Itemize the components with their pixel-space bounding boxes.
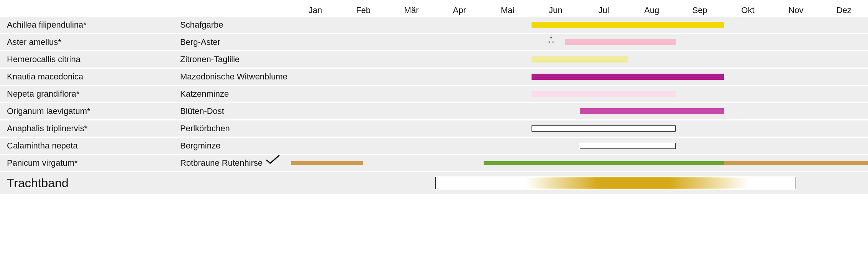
plant-row: Calamintha nepetaBergminze [0, 138, 868, 154]
bloom-bar-outlined [532, 125, 676, 132]
month-label: Dez [837, 5, 852, 15]
plant-row: Aster amellus*Berg-Aster*** [0, 34, 868, 50]
trachtband-label: Trachtband [0, 176, 180, 190]
month-label: Jan [308, 5, 322, 15]
bloom-bar-outlined [580, 143, 676, 149]
plant-latin-name: Origanum laevigatum* [0, 106, 180, 116]
plant-common-name: Berg-Aster [180, 37, 291, 47]
plant-row: Hemerocallis citrinaZitronen-Taglilie [0, 51, 868, 68]
plant-common-name: Blüten-Dost [180, 106, 291, 116]
month-label: Feb [356, 5, 371, 15]
bloom-bar [532, 22, 724, 28]
bloom-bar [580, 108, 724, 114]
month-label: Aug [644, 5, 659, 15]
bloom-bar [565, 39, 676, 45]
plant-latin-name: Anaphalis triplinervis* [0, 124, 180, 134]
bloom-bar [532, 74, 724, 80]
plant-row: Nepeta grandiflora*Katzenminze [0, 86, 868, 102]
plant-common-name: Katzenminze [180, 89, 291, 99]
plant-row: Knautia macedonicaMazedonische Witwenblu… [0, 69, 868, 85]
plant-timeline [291, 17, 868, 33]
check-icon [265, 154, 281, 168]
plant-common-name: Bergminze [180, 141, 291, 151]
plant-timeline [291, 138, 868, 154]
plant-timeline [291, 51, 868, 68]
bloom-bar [724, 161, 868, 165]
plant-timeline [291, 155, 868, 171]
bloom-bar [291, 161, 363, 165]
bloom-chart: JanFebMärAprMaiJunJulAugSepOktNovDez Ach… [0, 0, 868, 194]
header-row: JanFebMärAprMaiJunJulAugSepOktNovDez [0, 0, 868, 17]
plant-common-name: Zitronen-Taglilie [180, 54, 291, 64]
plant-row: Anaphalis triplinervis*Perlkörbchen [0, 120, 868, 137]
svg-text:*: * [552, 40, 554, 46]
month-label: Mär [404, 5, 419, 15]
month-label: Sep [692, 5, 707, 15]
plant-row: Panicum virgatum*Rotbraune Rutenhirse [0, 155, 868, 171]
plant-row: Origanum laevigatum*Blüten-Dost [0, 103, 868, 119]
bloom-bar [532, 91, 676, 97]
plant-row: Achillea filipendulina*Schafgarbe [0, 17, 868, 33]
plant-common-name: Schafgarbe [180, 20, 291, 30]
plant-timeline [291, 86, 868, 102]
month-label: Nov [788, 5, 803, 15]
plant-latin-name: Aster amellus* [0, 37, 180, 47]
plant-latin-name: Panicum virgatum* [0, 158, 180, 168]
month-label: Jun [549, 5, 562, 15]
plant-timeline: *** [291, 34, 868, 50]
month-label: Okt [741, 5, 754, 15]
month-label: Mai [501, 5, 514, 15]
month-label: Apr [453, 5, 466, 15]
plant-timeline [291, 120, 868, 137]
plant-latin-name: Calamintha nepeta [0, 141, 180, 151]
trachtband-bar [435, 177, 796, 189]
plant-latin-name: Achillea filipendulina* [0, 20, 180, 30]
plant-timeline [291, 69, 868, 85]
plant-latin-name: Nepeta grandiflora* [0, 89, 180, 99]
month-label: Jul [598, 5, 609, 15]
bloom-bar [484, 161, 724, 165]
asterisks-icon: *** [546, 36, 556, 48]
plant-timeline [291, 103, 868, 119]
plant-latin-name: Hemerocallis citrina [0, 54, 180, 64]
bloom-bar [532, 56, 628, 63]
svg-text:*: * [548, 40, 550, 46]
plant-common-name: Mazedonische Witwenblume [180, 72, 291, 82]
trachtband-row: Trachtband [0, 172, 868, 194]
plant-common-name: Perlkörbchen [180, 124, 291, 134]
plant-latin-name: Knautia macedonica [0, 72, 180, 82]
